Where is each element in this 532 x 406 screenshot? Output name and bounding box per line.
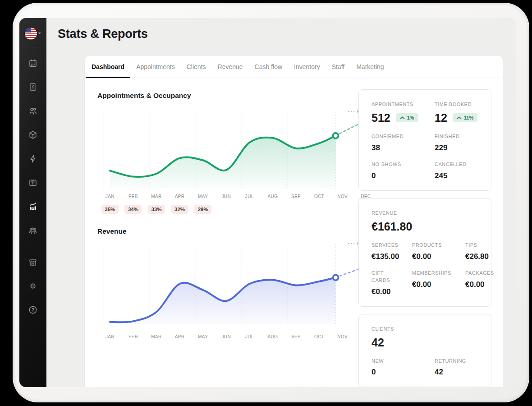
month-label: OCT	[307, 334, 331, 339]
month-label: JAN	[98, 334, 122, 339]
sidebar-item-gear[interactable]	[19, 274, 46, 298]
stat-products: PRODUCTS€0.00	[412, 242, 462, 261]
sidebar-item-gift-card[interactable]	[19, 171, 46, 194]
stat-finished: FINISHED229	[435, 133, 478, 152]
stat-time-booked: TIME BOOKED1211%	[435, 101, 478, 125]
sidebar-nav	[19, 51, 46, 322]
occupancy-chart: Forecast	[97, 105, 386, 191]
app-screen: Stats & Reports DashboardAppointmentsCli…	[19, 18, 516, 387]
tab-dashboard[interactable]: Dashboard	[86, 56, 130, 78]
occupancy-badge: -	[218, 205, 235, 214]
stat-value: €0.00	[465, 280, 494, 289]
tab-appointments[interactable]: Appointments	[130, 56, 181, 78]
stats-icon	[28, 202, 38, 212]
stat-returning: RETURNING42	[435, 358, 478, 377]
month-label: NOV	[331, 334, 354, 339]
revenue-chart: Forecast	[97, 241, 386, 331]
month-label: SEP	[284, 334, 308, 339]
revenue-month-axis: JANFEBMARAPRMAYJUNJULAUGSEPOCTNOVDEC	[98, 334, 379, 339]
tab-cash-flow[interactable]: Cash flow	[249, 56, 288, 78]
occupancy-badge: -	[288, 205, 305, 214]
tab-bar: DashboardAppointmentsClientsRevenueCash …	[85, 56, 503, 78]
occupancy-badge: 29%	[194, 205, 211, 214]
occupancy-badge: -	[264, 205, 281, 214]
stat-label: SERVICES	[371, 242, 400, 249]
card-row: CLIENTS42	[371, 326, 478, 349]
occupancy-chart-title: Appointments & Occupancy	[97, 92, 379, 100]
month-label: AUG	[261, 334, 284, 339]
stat-value: €0.00	[412, 252, 462, 261]
stat-value: 1211%	[435, 111, 478, 125]
tab-inventory[interactable]: Inventory	[288, 56, 326, 78]
team-icon	[28, 226, 38, 235]
clients-summary-card: CLIENTS42NEW0RETURNING42	[358, 314, 491, 387]
card-row: GIFT CARDS€0.00MEMBERSHIPS€0.00PACKAGES€…	[371, 270, 478, 296]
tab-revenue[interactable]: Revenue	[212, 56, 249, 78]
sidebar-item-receipt[interactable]	[19, 75, 46, 99]
page: { "header": { "title": "Stats & Reports"…	[0, 0, 532, 406]
stat-label: NO-SHOWS	[371, 161, 431, 168]
month-label: MAR	[145, 334, 168, 339]
box-icon	[28, 130, 38, 140]
stat-label: NEW	[371, 358, 431, 365]
card-row: NO-SHOWS0CANCELLED245	[371, 161, 478, 180]
card-row: CONFIRMED38FINISHED229	[371, 133, 478, 152]
sidebar-item-box[interactable]	[19, 123, 46, 147]
month-label: MAY	[191, 194, 215, 199]
month-label: JUL	[238, 334, 261, 339]
tab-staff[interactable]: Staff	[326, 56, 351, 78]
card-row: APPOINTMENTS5121%TIME BOOKED1211%	[371, 101, 478, 125]
sidebar-item-stats[interactable]	[19, 194, 46, 218]
card-row: NEW0RETURNING42	[371, 358, 478, 377]
sidebar-item-users[interactable]	[19, 99, 46, 123]
month-label: JAN	[98, 194, 122, 199]
month-label: APR	[168, 334, 192, 339]
stat-packages: PACKAGES€0.00	[465, 270, 494, 296]
sidebar-item-team[interactable]	[19, 218, 46, 242]
dashboard-panel: DashboardAppointmentsClientsRevenueCash …	[85, 56, 503, 387]
occupancy-badge: 33%	[148, 205, 165, 214]
stat-tips: TIPS€26.80	[465, 242, 494, 261]
store-icon	[28, 257, 38, 267]
sidebar-item-calendar[interactable]	[19, 51, 46, 75]
sidebar-item-help[interactable]	[19, 298, 46, 322]
stat-value: 38	[371, 143, 431, 152]
sidebar-item-store[interactable]	[19, 250, 46, 274]
tab-marketing[interactable]: Marketing	[350, 56, 390, 78]
bolt-icon	[28, 154, 38, 164]
stat-label: TIPS	[465, 242, 494, 249]
page-title: Stats & Reports	[58, 27, 516, 41]
occupancy-month-axis: JANFEBMARAPRMAYJUNJULAUGSEPOCTNOVDEC	[98, 194, 379, 199]
appointments-summary-card: APPOINTMENTS5121%TIME BOOKED1211%CONFIRM…	[358, 89, 491, 191]
stat-label: CLIENTS	[371, 326, 478, 333]
stat-value: €135.00	[371, 252, 408, 261]
stat-clients: CLIENTS42	[371, 326, 478, 349]
month-label: NOV	[331, 194, 354, 199]
occupancy-badge: -	[311, 205, 328, 214]
stat-revenue: REVENUE€161.80	[371, 210, 478, 233]
stat-label: FINISHED	[435, 133, 478, 140]
tab-clients[interactable]: Clients	[181, 56, 212, 78]
card-row: REVENUE€161.80	[371, 210, 478, 233]
trend-value: 11%	[464, 115, 473, 120]
month-label: AUG	[261, 194, 284, 199]
card-row: SERVICES€135.00PRODUCTS€0.00TIPS€26.80	[371, 242, 478, 261]
stat-value: 229	[435, 143, 478, 152]
tablet-frame: Stats & Reports DashboardAppointmentsCli…	[13, 3, 529, 402]
main-area: Stats & Reports DashboardAppointmentsCli…	[46, 18, 516, 387]
trend-up-badge: 11%	[453, 113, 477, 122]
stat-value: €0.00	[371, 287, 408, 296]
stat-no-shows: NO-SHOWS0	[371, 161, 431, 180]
stat-label: PRODUCTS	[412, 242, 441, 249]
stat-value: 42	[371, 336, 478, 349]
users-icon	[28, 106, 38, 116]
stat-value: 42	[435, 368, 478, 377]
occupancy-badge: -	[334, 205, 351, 214]
month-label: FEB	[122, 194, 145, 199]
receipt-icon	[28, 82, 38, 92]
occupancy-badge: 32%	[171, 205, 188, 214]
occupancy-badge: 34%	[124, 205, 142, 214]
language-selector[interactable]	[25, 23, 41, 43]
gift-card-icon	[28, 178, 38, 188]
sidebar-item-bolt[interactable]	[19, 147, 46, 171]
